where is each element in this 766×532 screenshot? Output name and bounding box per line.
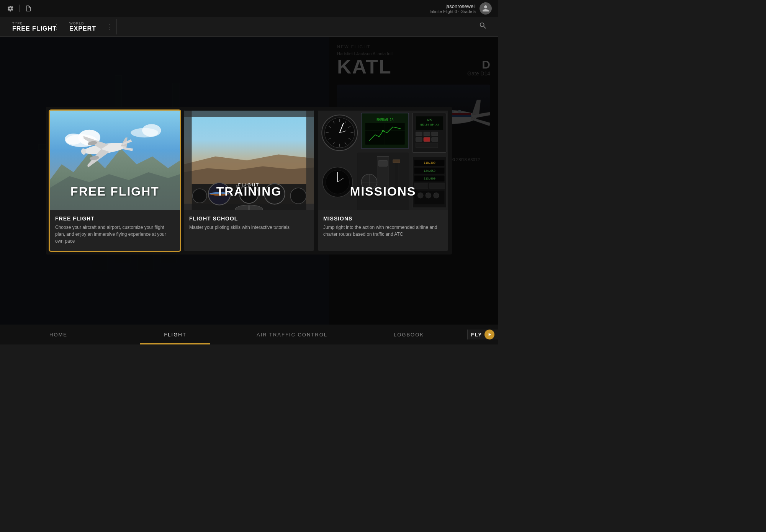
nav-atc-label: AIR TRAFFIC CONTROL	[257, 332, 327, 338]
free-flight-info-desc: Choose your aircraft and airport, custom…	[55, 224, 175, 245]
free-flight-card[interactable]: FREE FLIGHT FREE FLIGHT Choose your airc…	[50, 111, 180, 251]
world-selector[interactable]: WORLD EXPERT ⋮	[63, 19, 117, 34]
top-bar-right: jasonrosewell Infinite Flight 0 · Grade …	[430, 2, 492, 15]
free-flight-image: FREE FLIGHT	[50, 111, 180, 210]
type-label: TYPE	[12, 21, 57, 25]
svg-point-75	[382, 130, 384, 132]
missions-card[interactable]: SHERAN 1A GPS N33.64 W84.42	[318, 111, 448, 251]
svg-text:GPS: GPS	[427, 118, 432, 122]
training-info-desc: Master your piloting skills with interac…	[189, 224, 309, 231]
svg-rect-40	[184, 111, 314, 117]
selector-bar: TYPE FREE FLIGHT ⋮ WORLD EXPERT ⋮	[0, 17, 498, 37]
missions-info-desc: Jump right into the action with recommen…	[323, 224, 443, 238]
svg-point-32	[142, 124, 161, 137]
top-bar-left	[6, 4, 33, 13]
world-value: EXPERT	[69, 25, 110, 32]
svg-text:118.300: 118.300	[424, 161, 435, 165]
svg-rect-83	[416, 137, 422, 141]
svg-rect-81	[424, 132, 430, 136]
bottom-nav: HOME FLIGHT AIR TRAFFIC CONTROL LOGBOOK …	[0, 325, 498, 344]
svg-rect-89	[379, 160, 388, 166]
fly-button[interactable]: FLY	[467, 330, 498, 339]
svg-point-30	[65, 134, 82, 145]
svg-rect-92	[393, 160, 400, 163]
svg-text:N33.64 W84.42: N33.64 W84.42	[420, 123, 439, 126]
svg-text:113.900: 113.900	[424, 177, 435, 180]
missions-image: SHERAN 1A GPS N33.64 W84.42	[318, 111, 448, 210]
missions-title: MISSIONS	[318, 184, 448, 199]
missions-info-title: MISSIONS	[323, 215, 443, 222]
free-flight-info: FREE FLIGHT Choose your aircraft and air…	[50, 210, 180, 251]
svg-rect-80	[416, 132, 422, 136]
svg-rect-85	[432, 137, 438, 141]
top-bar: jasonrosewell Infinite Flight 0 · Grade …	[0, 0, 498, 17]
svg-text:SHERAN 1A: SHERAN 1A	[376, 118, 394, 122]
type-dots-icon[interactable]: ⋮	[53, 23, 60, 31]
svg-rect-82	[432, 132, 438, 136]
user-name: jasonrosewell	[430, 3, 476, 9]
svg-rect-86	[416, 143, 438, 148]
training-info: FLIGHT SCHOOL Master your piloting skill…	[184, 210, 314, 237]
nav-flight[interactable]: FLIGHT	[117, 325, 234, 344]
fly-circle-icon	[484, 330, 494, 339]
free-flight-title: FREE FLIGHT	[50, 184, 180, 199]
flight-training-card[interactable]: N471SP FLIGHT TRAINING FLIGHT SCHOOL Mas…	[184, 111, 314, 251]
user-info: jasonrosewell Infinite Flight 0 · Grade …	[430, 3, 476, 14]
svg-rect-84	[424, 137, 430, 141]
gear-icon[interactable]	[6, 4, 15, 13]
training-title: TRAINING	[184, 184, 314, 199]
nav-home-label: HOME	[49, 332, 67, 338]
missions-info: MISSIONS Jump right into the action with…	[318, 210, 448, 244]
svg-point-55	[325, 118, 355, 148]
avatar[interactable]	[480, 2, 492, 15]
world-dots-icon[interactable]: ⋮	[106, 23, 113, 31]
user-grade: Infinite Flight 0 · Grade 5	[430, 9, 476, 14]
nav-flight-label: FLIGHT	[164, 332, 186, 338]
free-flight-info-title: FREE FLIGHT	[55, 215, 175, 222]
document-icon[interactable]	[24, 4, 33, 13]
fly-label: FLY	[471, 332, 482, 338]
type-value: FREE FLIGHT	[12, 25, 57, 32]
divider	[19, 5, 20, 12]
cards-container: FREE FLIGHT FREE FLIGHT Choose your airc…	[46, 107, 452, 255]
nav-logbook[interactable]: LOGBOOK	[350, 325, 467, 344]
modal-overlay: FREE FLIGHT FREE FLIGHT Choose your airc…	[0, 37, 498, 325]
nav-logbook-label: LOGBOOK	[394, 332, 424, 338]
svg-text:124.650: 124.650	[424, 169, 435, 173]
nav-atc[interactable]: AIR TRAFFIC CONTROL	[234, 325, 350, 344]
search-icon[interactable]	[474, 21, 492, 32]
world-label: WORLD	[69, 21, 110, 25]
flight-training-image: N471SP FLIGHT TRAINING	[184, 111, 314, 210]
training-info-title: FLIGHT SCHOOL	[189, 215, 309, 222]
type-selector[interactable]: TYPE FREE FLIGHT ⋮	[6, 19, 63, 34]
nav-home[interactable]: HOME	[0, 325, 117, 344]
